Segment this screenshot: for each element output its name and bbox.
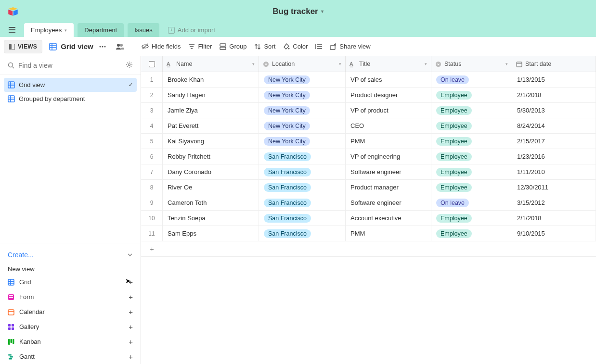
table-row[interactable]: 7 Dany Coronado San Francisco Software e… [141,164,596,180]
create-view-kanban[interactable]: Kanban + [8,334,133,349]
create-view-gantt[interactable]: Gantt + [8,349,133,364]
cell-location[interactable]: New York City [259,72,346,87]
plus-icon[interactable]: + [129,338,133,346]
create-view-toggle[interactable]: Create... [8,248,133,262]
table-row[interactable]: 9 Cameron Toth San Francisco Software en… [141,195,596,211]
cell-location[interactable]: New York City [259,88,346,102]
cell-location[interactable]: San Francisco [259,180,346,195]
filter-button[interactable]: Filter [188,43,212,50]
gear-icon[interactable] [126,61,133,70]
cell-location[interactable]: New York City [259,134,346,149]
cell-name[interactable]: Pat Everett [163,118,259,133]
menu-icon[interactable] [4,23,20,37]
base-name-dropdown[interactable]: Bug tracker ▾ [272,7,323,16]
cell-title[interactable]: VP of engineering [346,149,431,164]
table-row[interactable]: 1 Brooke Khan New York City VP of sales … [141,72,596,88]
cell-start-date[interactable]: 2/15/2017 [512,134,596,149]
view-item[interactable]: Grid view ✓ [4,78,137,92]
cell-name[interactable]: River Oe [163,180,259,195]
tab-employees[interactable]: Employees ▾ [24,23,74,37]
cell-title[interactable]: CEO [346,118,431,133]
cell-name[interactable]: Sandy Hagen [163,88,259,102]
plus-icon[interactable]: + [129,278,133,286]
cell-name[interactable]: Cameron Toth [163,195,259,210]
create-view-grid[interactable]: Grid + [8,275,133,289]
tab-department[interactable]: Department [78,23,124,37]
table-row[interactable]: 4 Pat Everett New York City CEO Employee… [141,118,596,134]
plus-icon[interactable]: + [129,308,133,316]
cell-start-date[interactable]: 2/1/2018 [512,88,596,102]
row-height-button[interactable] [315,43,322,50]
cell-name[interactable]: Kai Siyavong [163,134,259,149]
table-row[interactable]: 3 Jamie Ziya New York City VP of product… [141,103,596,118]
cell-name[interactable]: Sam Epps [163,226,259,241]
cell-name[interactable]: Tenzin Soepa [163,211,259,226]
table-row[interactable]: 2 Sandy Hagen New York City Product desi… [141,88,596,103]
add-or-import-tab[interactable]: + Add or import [163,23,220,37]
cell-status[interactable]: Employee [431,180,512,195]
cell-status[interactable]: Employee [431,226,512,241]
cell-start-date[interactable]: 1/13/2015 [512,72,596,87]
cell-status[interactable]: Employee [431,149,512,164]
cell-status[interactable]: On leave [431,195,512,210]
tab-issues[interactable]: Issues [128,23,159,37]
cell-name[interactable]: Jamie Ziya [163,103,259,118]
cell-location[interactable]: San Francisco [259,164,346,179]
cell-title[interactable]: Product designer [346,88,431,102]
cell-status[interactable]: Employee [431,134,512,149]
table-row[interactable]: 6 Robby Pritchett San Francisco VP of en… [141,149,596,164]
table-row[interactable]: 11 Sam Epps San Francisco PMM Employee 9… [141,226,596,241]
find-view-input[interactable] [18,62,122,69]
plus-icon[interactable]: + [129,323,133,331]
collaborators-button[interactable] [112,40,128,53]
cell-title[interactable]: Product manager [346,180,431,195]
column-header-start-date[interactable]: Start date [512,56,596,72]
create-view-form[interactable]: Form + [8,289,133,304]
cell-title[interactable]: Software engineer [346,164,431,179]
cell-location[interactable]: San Francisco [259,195,346,210]
cell-status[interactable]: Employee [431,103,512,118]
column-header-name[interactable]: A̲ Name▾ [163,56,259,72]
cell-name[interactable]: Brooke Khan [163,72,259,87]
cell-location[interactable]: San Francisco [259,226,346,241]
column-header-title[interactable]: A̲ Title▾ [346,56,431,72]
cell-status[interactable]: Employee [431,164,512,179]
table-row[interactable]: 8 River Oe San Francisco Product manager… [141,180,596,195]
cell-status[interactable]: Employee [431,211,512,226]
group-button[interactable]: Group [220,43,246,50]
column-header-status[interactable]: Status▾ [431,56,512,72]
plus-icon[interactable]: + [129,352,133,361]
cell-status[interactable]: On leave [431,72,512,87]
table-row[interactable]: 10 Tenzin Soepa San Francisco Account ex… [141,211,596,226]
add-row-button[interactable]: + [141,241,596,257]
cell-start-date[interactable]: 9/10/2015 [512,226,596,241]
cell-title[interactable]: VP of sales [346,72,431,87]
cell-start-date[interactable]: 8/24/2014 [512,118,596,133]
cell-name[interactable]: Robby Pritchett [163,149,259,164]
cell-status[interactable]: Employee [431,88,512,102]
cell-location[interactable]: San Francisco [259,211,346,226]
cell-start-date[interactable]: 1/23/2016 [512,149,596,164]
cell-location[interactable]: New York City [259,118,346,133]
cell-start-date[interactable]: 2/1/2018 [512,211,596,226]
view-item[interactable]: Grouped by department [4,92,137,106]
cell-title[interactable]: Software engineer [346,195,431,210]
view-options-button[interactable] [95,43,110,50]
hide-fields-button[interactable]: Hide fields [142,43,181,50]
cell-title[interactable]: VP of product [346,103,431,118]
cell-start-date[interactable]: 12/30/2011 [512,180,596,195]
cell-start-date[interactable]: 1/11/2010 [512,164,596,179]
plus-icon[interactable]: + [129,293,133,301]
column-header-location[interactable]: Location▾ [259,56,346,72]
current-view-name[interactable]: Grid view [49,42,93,50]
cell-start-date[interactable]: 5/30/2013 [512,103,596,118]
create-view-calendar[interactable]: Calendar + [8,304,133,319]
share-view-button[interactable]: Share view [330,43,370,50]
create-view-gallery[interactable]: Gallery + [8,319,133,334]
airtable-logo-icon[interactable] [7,5,19,19]
cell-start-date[interactable]: 3/15/2012 [512,195,596,210]
cell-status[interactable]: Employee [431,118,512,133]
cell-title[interactable]: Account executive [346,211,431,226]
cell-location[interactable]: San Francisco [259,149,346,164]
cell-title[interactable]: PMM [346,226,431,241]
